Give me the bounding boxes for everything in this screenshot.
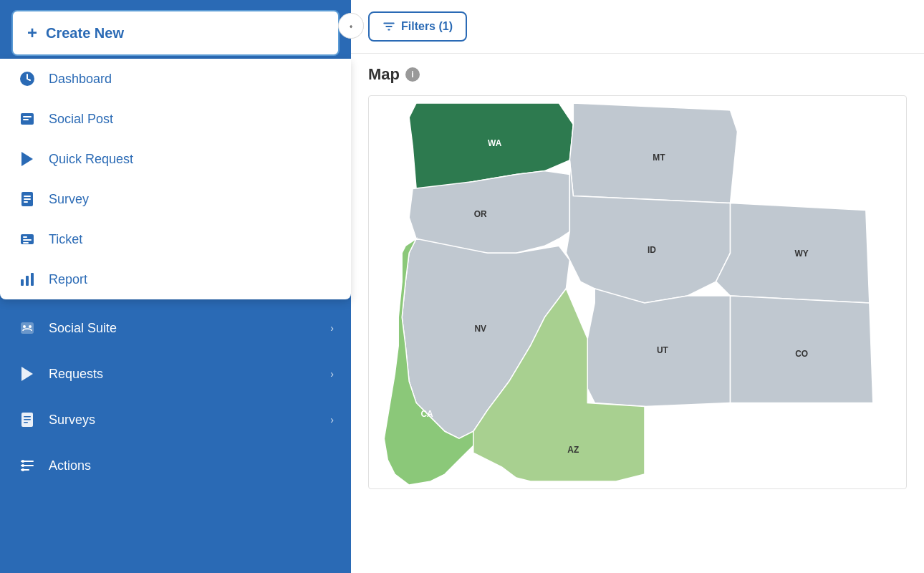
state-MT[interactable]	[569, 103, 737, 203]
svg-rect-16	[21, 322, 34, 334]
actions-icon	[17, 456, 37, 476]
sidebar-item-requests[interactable]: Requests ›	[0, 351, 351, 397]
chevron-right-icon: ›	[330, 322, 334, 334]
state-WY[interactable]	[716, 203, 870, 302]
svg-point-27	[21, 460, 24, 463]
chevron-right-icon: ›	[330, 368, 334, 380]
svg-rect-22	[24, 419, 31, 420]
sidebar-item-requests-label: Requests	[49, 367, 103, 382]
sidebar-item-social-suite[interactable]: Social Suite ›	[0, 305, 351, 351]
survey-icon	[17, 189, 37, 209]
sidebar-nav: Social Suite › Requests › Surveys	[0, 305, 351, 573]
sidebar-item-social-suite-label: Social Suite	[49, 321, 117, 336]
svg-rect-21	[24, 416, 31, 418]
chevron-right-icon: ›	[330, 414, 334, 425]
main-header: Filters (1)	[351, 0, 924, 54]
sidebar-item-actions-label: Actions	[49, 458, 91, 473]
svg-rect-7	[24, 198, 31, 200]
state-UT[interactable]	[587, 289, 730, 406]
svg-rect-3	[23, 119, 29, 120]
svg-point-17	[23, 325, 26, 328]
create-new-dropdown: Dashboard Social Post Quick Request	[0, 59, 351, 299]
report-icon	[17, 269, 37, 289]
ticket-icon	[17, 229, 37, 249]
dropdown-item-ticket-label: Ticket	[49, 232, 82, 247]
dropdown-item-dashboard[interactable]: Dashboard	[0, 59, 351, 99]
map-section: Map i WA MT OR ID WY	[351, 54, 924, 501]
plus-icon: +	[27, 23, 37, 43]
map-container: WA MT OR ID WY NV UT	[368, 95, 907, 489]
filters-button[interactable]: Filters (1)	[368, 11, 467, 42]
dropdown-item-quick-request-label: Quick Request	[49, 152, 133, 167]
quick-request-icon	[17, 149, 37, 169]
svg-point-28	[21, 464, 24, 467]
dropdown-item-report-label: Report	[49, 272, 87, 287]
social-post-icon	[17, 109, 37, 129]
map-svg: WA MT OR ID WY NV UT	[369, 96, 906, 488]
svg-point-29	[21, 468, 24, 471]
dropdown-item-quick-request[interactable]: Quick Request	[0, 139, 351, 179]
create-new-label: Create New	[46, 25, 124, 42]
svg-rect-23	[24, 422, 28, 423]
dropdown-item-survey-label: Survey	[49, 192, 89, 207]
sidebar: + Create New Dashboard Social Post	[0, 0, 351, 573]
dropdown-item-survey[interactable]: Survey	[0, 179, 351, 219]
svg-point-18	[29, 325, 32, 328]
filters-label: Filters (1)	[401, 20, 453, 33]
svg-rect-2	[23, 116, 32, 117]
svg-rect-8	[24, 201, 28, 203]
svg-rect-6	[24, 196, 31, 197]
map-info-icon[interactable]: i	[405, 67, 420, 82]
map-title: Map	[368, 65, 400, 84]
dropdown-item-social-post-label: Social Post	[49, 112, 113, 127]
requests-icon	[17, 364, 37, 384]
dropdown-item-dashboard-label: Dashboard	[49, 72, 112, 87]
svg-marker-19	[21, 367, 33, 381]
dropdown-item-social-post[interactable]: Social Post	[0, 99, 351, 139]
state-CO[interactable]	[731, 296, 873, 403]
map-title-row: Map i	[368, 65, 907, 84]
svg-rect-13	[21, 279, 24, 286]
dashboard-icon	[17, 69, 37, 89]
create-new-button[interactable]: + Create New	[11, 10, 340, 56]
svg-marker-4	[21, 152, 33, 166]
sidebar-item-surveys-label: Surveys	[49, 413, 95, 428]
dropdown-item-ticket[interactable]: Ticket	[0, 219, 351, 259]
filter-icon	[382, 20, 395, 33]
sidebar-item-surveys[interactable]: Surveys ›	[0, 397, 351, 443]
main-content: › Filters (1) Map i WA MT	[351, 0, 924, 573]
svg-rect-15	[31, 273, 34, 286]
social-suite-icon	[17, 318, 37, 338]
svg-rect-14	[26, 276, 29, 286]
dropdown-item-report[interactable]: Report	[0, 259, 351, 299]
sidebar-item-actions[interactable]: Actions	[0, 443, 351, 488]
surveys-icon	[17, 410, 37, 430]
